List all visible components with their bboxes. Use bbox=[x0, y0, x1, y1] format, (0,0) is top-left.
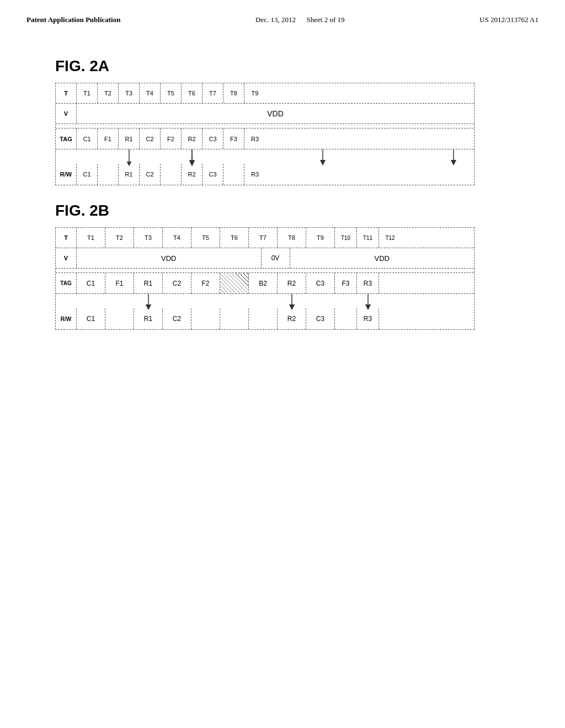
t3: T3 bbox=[119, 83, 140, 103]
b-rw-empty1 bbox=[105, 308, 134, 329]
b-tag-c1: C1 bbox=[77, 273, 105, 293]
fig2a-tag-row: TAG C1 F1 R1 C2 F2 R2 C3 F3 R3 bbox=[56, 129, 474, 149]
header-date: Dec. 13, 2012 bbox=[255, 15, 296, 24]
b-tag-b2: B2 bbox=[249, 273, 278, 293]
b-t7: T7 bbox=[249, 228, 278, 248]
fig2b-tag-row: TAG C1 F1 R1 C2 F2 B2 R2 C3 F3 R3 bbox=[56, 273, 474, 294]
t1: T1 bbox=[77, 83, 98, 103]
v-content: VDD bbox=[77, 104, 474, 124]
header-sheet: Sheet 2 of 19 bbox=[307, 15, 345, 24]
fig2b-t-row: T T1 T2 T3 T4 T5 T6 T7 T8 T9 T10 T11 T12 bbox=[56, 228, 474, 248]
header-patent-number: US 2012/313762 A1 bbox=[479, 15, 539, 24]
tag-c2: C2 bbox=[140, 129, 161, 149]
t7: T7 bbox=[202, 83, 223, 103]
b-t4: T4 bbox=[163, 228, 191, 248]
rw-empty1 bbox=[98, 164, 119, 185]
t-label: T bbox=[56, 83, 77, 103]
spacer2 bbox=[56, 269, 474, 273]
b-t9: T9 bbox=[306, 228, 335, 248]
rw-empty2 bbox=[161, 164, 182, 185]
b-t11: T11 bbox=[357, 228, 379, 248]
b-v-label: V bbox=[56, 248, 77, 268]
fig2a-section: FIG. 2A T T1 T2 T3 T4 T5 T6 T7 T8 T9 V V… bbox=[55, 57, 521, 185]
b-t3: T3 bbox=[134, 228, 163, 248]
fig2a-rw-row: R/W C1 R1 C2 R2 C3 R3 bbox=[56, 164, 474, 185]
spacer1 bbox=[56, 124, 474, 129]
b-v-0v: 0V bbox=[262, 248, 290, 268]
b-t8: T8 bbox=[278, 228, 306, 248]
b-v-vdd1: VDD bbox=[77, 248, 262, 268]
b-tag-f1: F1 bbox=[105, 273, 134, 293]
b-tag-hatch bbox=[220, 273, 249, 293]
fig2a-v-row: V VDD bbox=[56, 104, 474, 124]
tag-r2: R2 bbox=[182, 129, 202, 149]
b-tag-f3: F3 bbox=[335, 273, 357, 293]
tag-f3: F3 bbox=[223, 129, 244, 149]
t5: T5 bbox=[161, 83, 182, 103]
b-tag-r3: R3 bbox=[357, 273, 379, 293]
rw-r1: R1 bbox=[119, 164, 140, 185]
t4: T4 bbox=[140, 83, 161, 103]
fig2b-diagram: T T1 T2 T3 T4 T5 T6 T7 T8 T9 T10 T11 T12… bbox=[55, 227, 475, 330]
b-rw-r3: R3 bbox=[357, 308, 379, 329]
tag-label: TAG bbox=[56, 129, 77, 149]
b-rw-c1: C1 bbox=[77, 308, 105, 329]
t6: T6 bbox=[182, 83, 202, 103]
fig2b-arrows bbox=[56, 294, 475, 308]
t9: T9 bbox=[244, 83, 265, 103]
rw-label: R/W bbox=[56, 164, 77, 185]
fig2b-arrow-svg bbox=[56, 294, 475, 308]
tag-r3: R3 bbox=[244, 129, 265, 149]
b-rw-c3: C3 bbox=[306, 308, 335, 329]
t2: T2 bbox=[98, 83, 119, 103]
tag-c3: C3 bbox=[202, 129, 223, 149]
b-tag-c2: C2 bbox=[163, 273, 191, 293]
b-t1: T1 bbox=[77, 228, 105, 248]
b-rw-empty5 bbox=[335, 308, 357, 329]
header-publication: Patent Application Publication bbox=[26, 15, 120, 24]
b-t6: T6 bbox=[220, 228, 249, 248]
b-rw-r1: R1 bbox=[134, 308, 163, 329]
b-tag-c3: C3 bbox=[306, 273, 335, 293]
fig2a-arrows bbox=[56, 149, 475, 164]
fig2a-diagram: T T1 T2 T3 T4 T5 T6 T7 T8 T9 V VDD TAG bbox=[55, 83, 475, 185]
tag-f2: F2 bbox=[161, 129, 182, 149]
content-area: FIG. 2A T T1 T2 T3 T4 T5 T6 T7 T8 T9 V V… bbox=[0, 24, 565, 368]
tag-r1: R1 bbox=[119, 129, 140, 149]
fig2b-v-row: V VDD 0V VDD bbox=[56, 248, 474, 269]
tag-c1: C1 bbox=[77, 129, 98, 149]
b-rw-label: R/W bbox=[56, 308, 77, 329]
rw-empty3 bbox=[223, 164, 244, 185]
t8: T8 bbox=[223, 83, 244, 103]
fig2a-arrow-svg2 bbox=[56, 149, 475, 164]
b-t10: T10 bbox=[335, 228, 357, 248]
b-rw-empty2 bbox=[191, 308, 220, 329]
rw-c1: C1 bbox=[77, 164, 98, 185]
fig2b-section: FIG. 2B T T1 T2 T3 T4 T5 T6 T7 T8 T9 T10… bbox=[55, 202, 521, 330]
rw-c3: C3 bbox=[202, 164, 223, 185]
b-t5: T5 bbox=[191, 228, 220, 248]
b-t12: T12 bbox=[379, 228, 401, 248]
fig2b-rw-row: R/W C1 R1 C2 R2 C3 R3 bbox=[56, 308, 474, 329]
b-rw-r2: R2 bbox=[278, 308, 306, 329]
v-label: V bbox=[56, 104, 77, 124]
tag-f1: F1 bbox=[98, 129, 119, 149]
b-tag-r1: R1 bbox=[134, 273, 163, 293]
fig2a-t-row: T T1 T2 T3 T4 T5 T6 T7 T8 T9 bbox=[56, 83, 474, 104]
b-rw-empty3 bbox=[220, 308, 249, 329]
rw-r3: R3 bbox=[244, 164, 265, 185]
b-tag-r2: R2 bbox=[278, 273, 306, 293]
b-t-label: T bbox=[56, 228, 77, 248]
b-tag-f2: F2 bbox=[191, 273, 220, 293]
b-rw-empty4 bbox=[249, 308, 278, 329]
fig2b-label: FIG. 2B bbox=[55, 202, 521, 220]
rw-c2: C2 bbox=[140, 164, 161, 185]
rw-r2: R2 bbox=[182, 164, 202, 185]
b-t2: T2 bbox=[105, 228, 134, 248]
fig2a-label: FIG. 2A bbox=[55, 57, 521, 75]
b-tag-label: TAG bbox=[56, 273, 77, 293]
header-date-sheet: Dec. 13, 2012 Sheet 2 of 19 bbox=[255, 15, 344, 24]
b-v-vdd2: VDD bbox=[290, 248, 475, 268]
b-rw-c2: C2 bbox=[163, 308, 191, 329]
page-header: Patent Application Publication Dec. 13, … bbox=[0, 0, 565, 24]
